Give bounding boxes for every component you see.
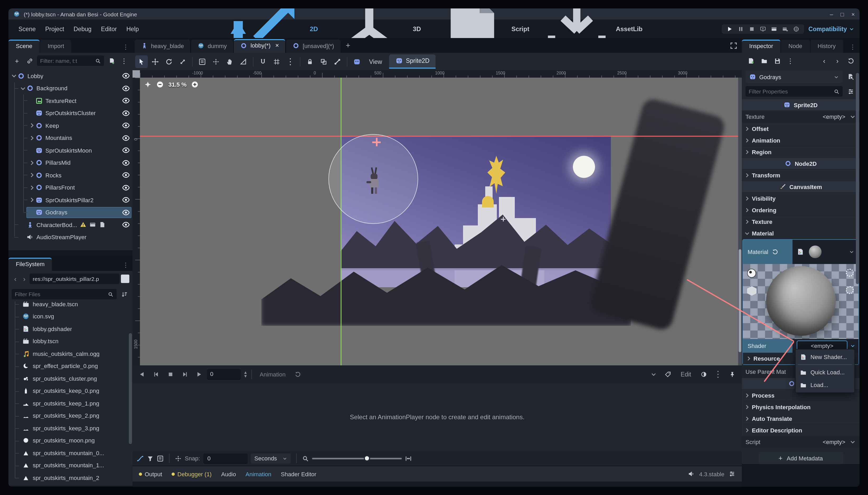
- resource-menu-button[interactable]: ⋮: [785, 55, 796, 66]
- visibility-eye-icon[interactable]: [122, 221, 130, 229]
- scene-tab-dummy[interactable]: dummy: [191, 39, 233, 53]
- film-button[interactable]: [771, 25, 777, 32]
- animation-edit-menu[interactable]: Edit: [676, 371, 696, 377]
- visibility-eye-icon[interactable]: [122, 159, 130, 167]
- menu-item-load-[interactable]: Load...: [796, 379, 854, 391]
- file-spr-outskirts-keep-1-png[interactable]: spr_outskirts_keep_1.png: [8, 397, 133, 409]
- lock-tool-button[interactable]: [303, 55, 316, 68]
- zoom-percent[interactable]: 31.5 %: [169, 81, 187, 88]
- renderer-select[interactable]: Compatibility: [808, 25, 854, 32]
- group-material[interactable]: Material: [742, 227, 860, 239]
- menu-editor[interactable]: Editor: [97, 23, 122, 34]
- preview-light-toggle[interactable]: [747, 269, 756, 278]
- bottom-panel-audio[interactable]: Audio: [221, 471, 236, 477]
- group-transform[interactable]: Transform: [742, 170, 860, 181]
- viewport-canvas[interactable]: 31.5 %: [140, 78, 742, 365]
- magnet-tool-button[interactable]: [257, 55, 269, 68]
- file-heavy-blade-tscn[interactable]: heavy_blade.tscn: [8, 302, 133, 310]
- file-spr-effect-particle-0-png[interactable]: spr_effect_particle_0.png: [8, 360, 133, 372]
- snap-value-field[interactable]: 0: [203, 453, 248, 463]
- file-filter-input[interactable]: Filter Files: [12, 289, 117, 300]
- scene-tab--unsaved-[interactable]: [unsaved](*): [287, 39, 341, 53]
- animation-list-chevron[interactable]: [647, 368, 660, 380]
- property-tools-button[interactable]: [845, 86, 856, 97]
- inspector-dock-menu-button[interactable]: ⋮: [846, 43, 860, 53]
- visibility-eye-icon[interactable]: [122, 97, 130, 105]
- load-resource-button[interactable]: [759, 55, 769, 66]
- filesystem-scrollbar[interactable]: [129, 333, 132, 444]
- menu-item-quick-load-[interactable]: Quick Load...: [796, 366, 854, 379]
- file-lobby-gdshader[interactable]: lobby.gdshader: [8, 323, 133, 335]
- attach-script-button[interactable]: [106, 55, 117, 66]
- minimize-button[interactable]: –: [830, 11, 833, 17]
- visibility-eye-icon[interactable]: [122, 184, 130, 192]
- menu-debug[interactable]: Debug: [69, 23, 97, 34]
- reload-icon[interactable]: [772, 249, 778, 255]
- animation-name-select[interactable]: Animation: [256, 371, 290, 377]
- inspector-tab-history[interactable]: History: [810, 39, 843, 53]
- file-spr-outskirts-mountain-1-[interactable]: spr_outskirts_mountain_1...: [8, 459, 133, 472]
- crossdots-tool-button[interactable]: [210, 55, 222, 68]
- current-path-field[interactable]: res://spr_outskirts_pillar2.p: [30, 273, 119, 284]
- scene-tab-heavy-blade[interactable]: heavy_blade: [135, 39, 190, 53]
- zoom-in-button[interactable]: [191, 81, 199, 88]
- zoom-out-button[interactable]: [156, 81, 164, 88]
- visibility-eye-icon[interactable]: [122, 134, 130, 142]
- timeline-zoom-slider[interactable]: [312, 458, 402, 459]
- tree-node-audiostreamplayer[interactable]: AudioStreamPlayer: [8, 231, 133, 243]
- joy-button[interactable]: [793, 25, 799, 32]
- group-ordering[interactable]: Ordering: [742, 204, 860, 216]
- visibility-eye-icon[interactable]: [122, 196, 130, 204]
- group-tool-button[interactable]: [317, 55, 330, 68]
- new-scene-tab-button[interactable]: +: [341, 41, 354, 53]
- monitorplay-button[interactable]: [760, 25, 766, 32]
- rotate-tool-button[interactable]: [162, 55, 175, 68]
- group-offset[interactable]: Offset: [742, 123, 860, 134]
- group-animation[interactable]: Animation: [742, 135, 860, 146]
- menu-scene[interactable]: Scene: [14, 23, 40, 34]
- inspector-tab-inspector[interactable]: Inspector: [742, 39, 781, 53]
- scene-tree-menu-button[interactable]: ⋮: [119, 55, 129, 66]
- filesystem-dock-menu-button[interactable]: ⋮: [119, 261, 133, 271]
- expand-canvas-icon[interactable]: [730, 42, 737, 50]
- file-music-outskirts-calm-ogg[interactable]: music_outskirts_calm.ogg: [8, 347, 133, 360]
- menu-project[interactable]: Project: [40, 23, 69, 34]
- file-spr-outskirts-mountain-2[interactable]: spr_outskirts_mountain_2: [8, 472, 133, 484]
- bottom-panel-shader-editor[interactable]: Shader Editor: [281, 471, 316, 477]
- scriptpg-badge-icon[interactable]: [99, 222, 106, 228]
- dots-tool-button[interactable]: ⋮: [284, 55, 297, 68]
- file-lobby-tscn[interactable]: lobby.tscn: [8, 335, 133, 347]
- history-back-button[interactable]: ‹: [819, 55, 830, 66]
- autokey-tag-button[interactable]: [662, 368, 674, 380]
- onion-skinning-button[interactable]: [697, 368, 710, 380]
- maximize-button[interactable]: □: [840, 11, 844, 17]
- animation-menu-button[interactable]: ⋮: [712, 368, 724, 380]
- instance-scene-button[interactable]: [24, 55, 35, 66]
- scene-tab-scene[interactable]: Scene: [8, 39, 40, 53]
- object-history-button[interactable]: [845, 55, 856, 66]
- filesystem-tab-filesystem[interactable]: FileSystem: [8, 258, 52, 271]
- nav-back-button[interactable]: ‹: [12, 275, 19, 283]
- visibility-eye-icon[interactable]: [122, 122, 130, 130]
- nav-forward-button[interactable]: ›: [21, 275, 28, 283]
- open-docs-button[interactable]: [845, 71, 856, 82]
- preview-env2-toggle[interactable]: [846, 286, 854, 294]
- tree-node-characterbod-[interactable]: CharacterBod...: [8, 219, 133, 231]
- chevron-down-icon[interactable]: [849, 249, 854, 255]
- cursor-tool-button[interactable]: [135, 55, 148, 68]
- tree-node-background[interactable]: Background: [8, 82, 133, 95]
- snap-unit-select[interactable]: Seconds: [251, 453, 291, 463]
- group-editor-description[interactable]: Editor Description: [742, 425, 860, 436]
- center-view-icon[interactable]: [144, 81, 152, 88]
- scene-tab-lobby-[interactable]: lobby(*)×: [234, 39, 285, 53]
- inspector-tab-node[interactable]: Node: [781, 39, 810, 53]
- scene-filter-input[interactable]: Filter: name, t:t: [37, 55, 104, 66]
- gridmag-tool-button[interactable]: [270, 55, 283, 68]
- stepfwd-button[interactable]: [178, 368, 191, 380]
- file-spr-outskirts-cluster-png[interactable]: spr_outskirts_cluster.png: [8, 372, 133, 385]
- pin-panel-button[interactable]: [726, 368, 739, 380]
- edited-node-select[interactable]: Godrays: [746, 71, 843, 83]
- group-texture[interactable]: Texture: [742, 216, 860, 227]
- stopsq-button[interactable]: [749, 25, 755, 32]
- inspector-scrollbar[interactable]: [856, 73, 859, 284]
